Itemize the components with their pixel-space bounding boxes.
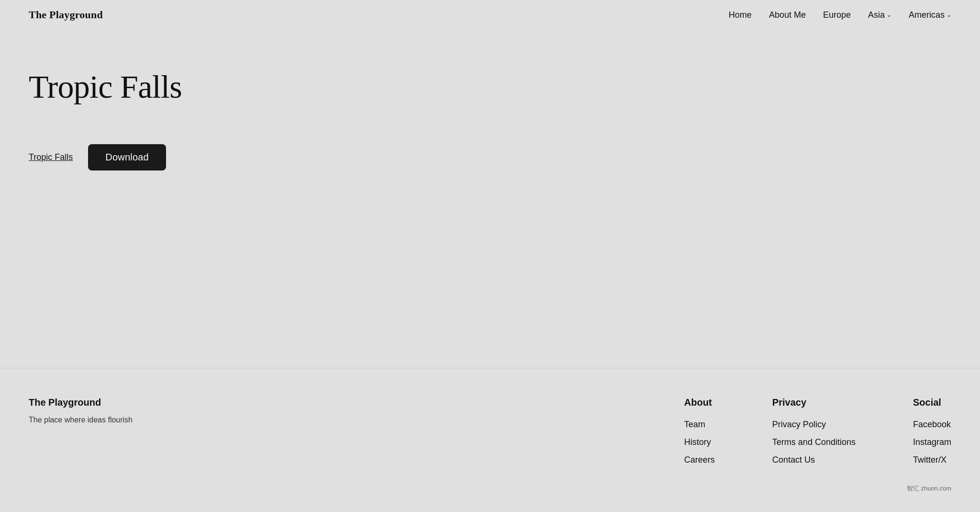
list-item: Terms and Conditions bbox=[772, 437, 856, 447]
list-item: Twitter/X bbox=[913, 455, 951, 465]
footer-link-twitter[interactable]: Twitter/X bbox=[913, 455, 947, 465]
footer-columns: About Team History Careers Privacy bbox=[684, 397, 951, 465]
footer-link-facebook[interactable]: Facebook bbox=[913, 420, 951, 429]
list-item: Team bbox=[684, 420, 715, 430]
footer: The Playground The place where ideas flo… bbox=[0, 368, 980, 512]
footer-link-instagram[interactable]: Instagram bbox=[913, 437, 951, 447]
list-item: Facebook bbox=[913, 420, 951, 430]
footer-link-contact[interactable]: Contact Us bbox=[772, 455, 815, 465]
footer-col-social: Social Facebook Instagram Twitter/X bbox=[913, 397, 951, 465]
footer-col-about: About Team History Careers bbox=[684, 397, 715, 465]
footer-tagline: The place where ideas flourish bbox=[29, 416, 133, 424]
footer-about-heading: About bbox=[684, 397, 715, 408]
nav-home[interactable]: Home bbox=[729, 10, 752, 20]
americas-chevron-down-icon: ⌄ bbox=[947, 11, 951, 18]
footer-col-privacy: Privacy Privacy Policy Terms and Conditi… bbox=[772, 397, 856, 465]
footer-social-heading: Social bbox=[913, 397, 951, 408]
nav-europe[interactable]: Europe bbox=[823, 10, 851, 20]
footer-brand: The Playground The place where ideas flo… bbox=[29, 397, 133, 424]
footer-about-links: Team History Careers bbox=[684, 420, 715, 465]
nav-asia[interactable]: Asia ⌄ bbox=[868, 10, 891, 20]
footer-watermark: 智汇 zhuon.com bbox=[29, 484, 951, 493]
asia-chevron-down-icon: ⌄ bbox=[887, 11, 891, 18]
page-title: Tropic Falls bbox=[29, 68, 951, 106]
footer-privacy-heading: Privacy bbox=[772, 397, 856, 408]
nav-about-me[interactable]: About Me bbox=[769, 10, 806, 20]
nav-americas[interactable]: Americas ⌄ bbox=[909, 10, 951, 20]
tropic-falls-link[interactable]: Tropic Falls bbox=[29, 152, 73, 162]
footer-privacy-links: Privacy Policy Terms and Conditions Cont… bbox=[772, 420, 856, 465]
download-button[interactable]: Download bbox=[88, 144, 166, 171]
action-row: Tropic Falls Download bbox=[29, 144, 951, 171]
list-item: History bbox=[684, 437, 715, 447]
list-item: Contact Us bbox=[772, 455, 856, 465]
footer-link-privacy-policy[interactable]: Privacy Policy bbox=[772, 420, 826, 429]
footer-social-links: Facebook Instagram Twitter/X bbox=[913, 420, 951, 465]
footer-link-team[interactable]: Team bbox=[684, 420, 705, 429]
footer-link-history[interactable]: History bbox=[684, 437, 711, 447]
list-item: Instagram bbox=[913, 437, 951, 447]
main-nav: Home About Me Europe Asia ⌄ Americas ⌄ bbox=[729, 10, 951, 20]
main-content: Tropic Falls Tropic Falls Download bbox=[0, 30, 980, 368]
footer-brand-name: The Playground bbox=[29, 397, 133, 408]
list-item: Careers bbox=[684, 455, 715, 465]
footer-link-terms[interactable]: Terms and Conditions bbox=[772, 437, 856, 447]
footer-link-careers[interactable]: Careers bbox=[684, 455, 715, 465]
list-item: Privacy Policy bbox=[772, 420, 856, 430]
site-logo: The Playground bbox=[29, 9, 103, 21]
